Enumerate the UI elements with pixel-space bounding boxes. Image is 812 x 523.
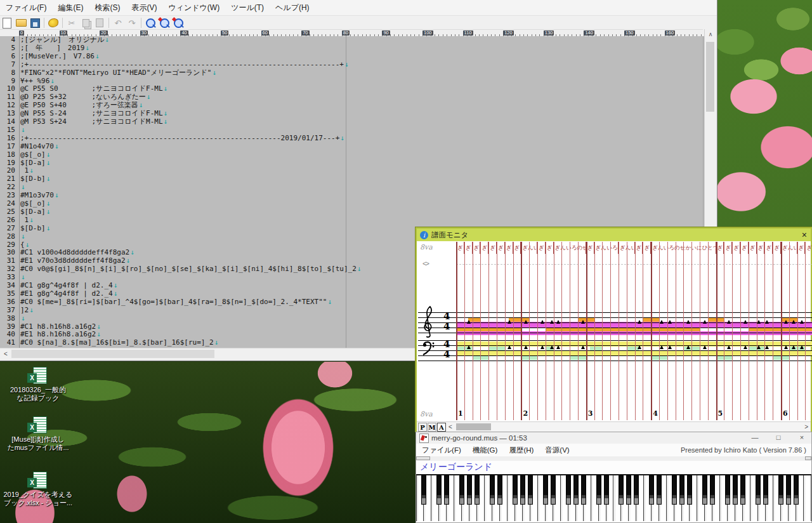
save-button[interactable]: [28, 17, 42, 29]
code-line[interactable]: 26 1↓: [0, 216, 701, 225]
editor-menu-item[interactable]: 検索(S): [89, 0, 126, 15]
black-key[interactable]: [763, 475, 768, 505]
monitor-scroll-left-icon[interactable]: <: [449, 422, 452, 432]
scroll-up-arrow-icon[interactable]: ∧: [705, 29, 716, 39]
black-key[interactable]: [497, 475, 502, 505]
code-line[interactable]: 16;+------------------------------------…: [0, 135, 701, 143]
vertical-scroll-thumb[interactable]: [706, 42, 714, 112]
black-key[interactable]: [756, 475, 761, 505]
monitor-button-M[interactable]: M: [428, 423, 436, 432]
black-key[interactable]: [657, 475, 662, 505]
desktop-icon[interactable]: X[Muse][淡]作成したmusファイル情...: [3, 416, 74, 452]
editor-menu-item[interactable]: ファイル(F): [0, 0, 52, 15]
code-line[interactable]: 18@$[_o]↓: [0, 151, 701, 159]
black-key[interactable]: [740, 475, 745, 505]
code-line[interactable]: 15↓: [0, 126, 701, 135]
muse-play-button[interactable]: [46, 17, 60, 29]
editor-menu-item[interactable]: ヘルプ(H): [270, 0, 315, 15]
undo-button[interactable]: ↶: [111, 17, 125, 29]
black-key[interactable]: [543, 475, 548, 505]
black-key[interactable]: [513, 475, 518, 505]
black-key[interactable]: [786, 475, 791, 505]
mini-scrollbar-right[interactable]: [805, 456, 811, 460]
black-key[interactable]: [444, 475, 449, 505]
code-line[interactable]: 6;[MuseVer.] V7.86↓: [0, 53, 701, 61]
code-line[interactable]: 4;[ジャンル] オリジナル↓: [0, 36, 701, 44]
search-next-button[interactable]: [157, 17, 171, 29]
player-menu-item[interactable]: 履歴(H): [503, 444, 539, 456]
code-line[interactable]: 14@M P53 S+24 ;サニヨコロイドM-ML↓: [0, 118, 701, 126]
black-key[interactable]: [551, 475, 556, 505]
code-line[interactable]: 19$[D-a]↓: [0, 159, 701, 168]
editor-menu-item[interactable]: ウィンドウ(W): [162, 0, 225, 15]
black-key[interactable]: [459, 475, 464, 505]
black-key[interactable]: [421, 475, 426, 505]
code-line[interactable]: 9¥++ %96↓: [0, 77, 701, 86]
code-line[interactable]: 11@D P25 S+32 ;ないろんぎたー↓: [0, 93, 701, 102]
editor-menu-item[interactable]: 表示(V): [126, 0, 162, 15]
black-key[interactable]: [626, 475, 631, 505]
black-key[interactable]: [702, 475, 707, 505]
code-line[interactable]: 13@N P55 S-24 ;サニヨコロイドF-ML↓: [0, 110, 701, 118]
code-line[interactable]: 12@E P50 S+40 ;すろー弦楽器↓: [0, 102, 701, 110]
player-menu-item[interactable]: 機能(G): [467, 444, 504, 456]
black-key[interactable]: [794, 475, 799, 505]
black-key[interactable]: [679, 475, 684, 505]
redo-button[interactable]: ↷: [125, 17, 139, 29]
copy-button[interactable]: [79, 17, 93, 29]
code-line[interactable]: 21$[D-b]↓: [0, 175, 701, 183]
black-key[interactable]: [520, 475, 525, 505]
horizontal-scroll-thumb[interactable]: [11, 350, 214, 358]
black-key[interactable]: [596, 475, 601, 505]
black-key[interactable]: [604, 475, 609, 505]
code-line[interactable]: 10@C P55 S0 ;サニヨコロイドF-ML↓: [0, 85, 701, 93]
black-key[interactable]: [528, 475, 533, 505]
black-key[interactable]: [634, 475, 639, 505]
player-menu-item[interactable]: 音源(V): [539, 444, 575, 456]
black-key[interactable]: [710, 475, 715, 505]
editor-menu-item[interactable]: ツール(T): [225, 0, 270, 15]
open-file-button[interactable]: [14, 17, 28, 29]
desktop-icon[interactable]: X20180326_一般的な記録ブック: [3, 367, 74, 402]
black-key[interactable]: [687, 475, 692, 505]
black-key[interactable]: [672, 475, 677, 505]
search-prev-button[interactable]: [171, 17, 185, 29]
code-line[interactable]: 23#M1o3v70↓: [0, 192, 701, 200]
score-monitor-titlebar[interactable]: i 譜面モニタ ×: [417, 228, 811, 241]
white-key[interactable]: [804, 475, 811, 521]
black-key[interactable]: [566, 475, 571, 505]
code-line[interactable]: 20 1↓: [0, 167, 701, 175]
paste-button[interactable]: [93, 17, 107, 29]
code-line[interactable]: 25$[D-a]↓: [0, 208, 701, 216]
close-icon[interactable]: ×: [802, 228, 807, 241]
code-line[interactable]: 8*FING"x2"*FONT"Meiryo UI"*HEAD"メリーゴーランド…: [0, 69, 701, 77]
black-key[interactable]: [778, 475, 783, 505]
player-titlebar[interactable]: merry-go-round.mus — 01:53 — □ ×: [416, 432, 811, 444]
black-key[interactable]: [436, 475, 442, 505]
black-key[interactable]: [649, 475, 654, 505]
minimize-button[interactable]: —: [745, 432, 765, 444]
monitor-button-P[interactable]: P: [418, 423, 427, 432]
cut-button[interactable]: ✂: [65, 17, 79, 29]
scroll-left-arrow-icon[interactable]: <: [1, 348, 10, 359]
code-line[interactable]: 22↓: [0, 183, 701, 192]
search-button[interactable]: [143, 17, 157, 29]
black-key[interactable]: [475, 475, 480, 505]
code-line[interactable]: 7;+-------------------------------------…: [0, 61, 701, 69]
desktop-icon[interactable]: X2019_クイズを考えるブック.xlsx - ショー...: [3, 472, 74, 507]
monitor-scroll-right-icon[interactable]: >: [804, 422, 808, 432]
black-key[interactable]: [619, 475, 624, 505]
editor-menu-item[interactable]: 編集(E): [52, 0, 89, 15]
monitor-button-A[interactable]: A: [437, 423, 446, 432]
black-key[interactable]: [725, 475, 730, 505]
black-key[interactable]: [733, 475, 738, 505]
maximize-button[interactable]: □: [768, 432, 789, 444]
black-key[interactable]: [490, 475, 495, 505]
mini-scrollbar-left[interactable]: [416, 456, 430, 460]
black-key[interactable]: [581, 475, 586, 505]
player-menu-item[interactable]: ファイル(F): [416, 444, 467, 456]
close-button[interactable]: ×: [792, 432, 812, 444]
monitor-scroll-thumb[interactable]: [456, 423, 491, 430]
code-line[interactable]: 24@$[_o]↓: [0, 200, 701, 208]
new-file-button[interactable]: [0, 17, 14, 29]
